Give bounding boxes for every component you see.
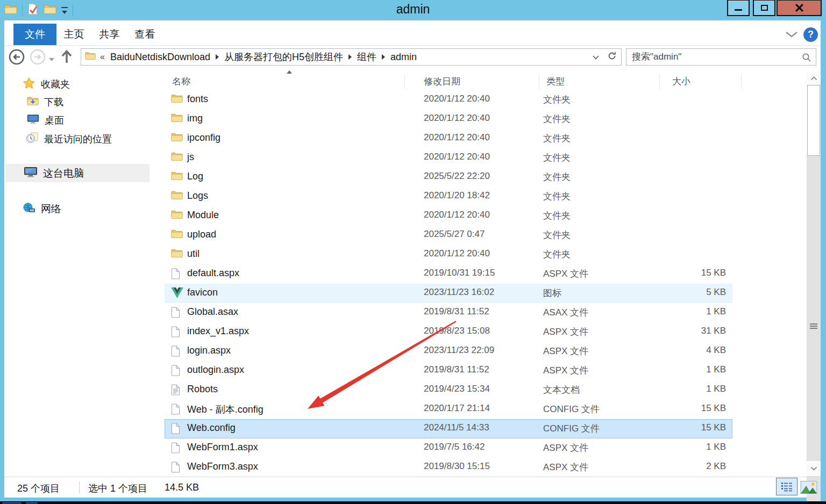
- column-header-type[interactable]: 类型: [546, 75, 565, 88]
- up-button[interactable]: [60, 48, 73, 67]
- file-icon: [171, 326, 180, 340]
- cell-type: 文件夹: [543, 171, 571, 183]
- breadcrumb-segment[interactable]: BaiduNetdiskDownload: [110, 52, 210, 63]
- cell-type: ASPX 文件: [543, 364, 588, 377]
- table-row[interactable]: img2020/1/12 20:40文件夹: [165, 110, 732, 129]
- table-row[interactable]: Module2020/1/12 20:40文件夹: [165, 206, 732, 226]
- statusbar-divider: [4, 477, 821, 477]
- breadcrumb-segment[interactable]: 从服务器打包的H5创胜组件: [224, 51, 343, 63]
- breadcrumb-separator-icon[interactable]: [382, 54, 385, 60]
- column-header-date[interactable]: 修改日期: [424, 75, 460, 88]
- tab-share[interactable]: 共享: [95, 24, 124, 45]
- table-row[interactable]: ipconfig2020/1/12 20:40文件夹: [165, 129, 732, 148]
- sidebar-item-label: 网络: [41, 202, 61, 216]
- tab-home[interactable]: 主页: [59, 24, 89, 45]
- vertical-scrollbar[interactable]: [807, 72, 821, 476]
- breadcrumb-segment[interactable]: admin: [390, 52, 417, 63]
- table-row[interactable]: favicon2023/11/23 16:02图标5 KB: [165, 284, 732, 303]
- cell-name: ipconfig: [187, 132, 220, 143]
- scroll-down-button[interactable]: [807, 461, 821, 476]
- search-icon[interactable]: [802, 53, 811, 64]
- sidebar-item-network[interactable]: 网络: [23, 202, 61, 216]
- column-header-name[interactable]: 名称: [172, 75, 190, 88]
- scrollbar-track[interactable]: [807, 156, 821, 504]
- table-row[interactable]: Global.asax2019/8/31 11:52ASAX 文件1 KB: [165, 303, 732, 322]
- cell-name: Web.config: [187, 422, 236, 434]
- column-header-size[interactable]: 大小: [672, 75, 690, 88]
- cell-size: 31 KB: [701, 326, 726, 336]
- cell-type: 文件夹: [543, 93, 571, 106]
- folder-icon: [171, 94, 183, 105]
- forward-button[interactable]: [30, 49, 46, 67]
- titlebar: admin: [0, 0, 826, 20]
- sidebar-item-favorites[interactable]: 收藏夹: [23, 77, 70, 92]
- refresh-button[interactable]: [607, 51, 617, 63]
- cell-date: 2020/1/12 20:40: [424, 152, 490, 162]
- cell-name: fonts: [187, 93, 208, 105]
- breadcrumb[interactable]: « BaiduNetdiskDownload 从服务器打包的H5创胜组件 组件 …: [81, 48, 622, 66]
- table-row[interactable]: Logs2020/1/20 18:42文件夹: [165, 187, 732, 206]
- search-input[interactable]: [632, 49, 799, 64]
- table-row[interactable]: fonts2020/1/12 20:40文件夹: [165, 90, 732, 110]
- cell-date: 2025/5/22 22:20: [424, 171, 490, 182]
- table-row[interactable]: WebForm1.aspx2019/7/5 16:42ASPX 文件1 KB: [165, 438, 732, 458]
- details-view-button[interactable]: [776, 478, 797, 495]
- scroll-up-button[interactable]: [807, 72, 821, 85]
- recent-locations-button[interactable]: [48, 54, 55, 64]
- folder-icon: [171, 171, 183, 183]
- ribbon-divider: [4, 45, 821, 46]
- table-row[interactable]: default.aspx2019/10/31 19:15ASPX 文件15 KB: [165, 264, 732, 284]
- file-icon: [171, 307, 180, 320]
- table-row[interactable]: upload2025/5/27 0:47文件夹: [165, 226, 732, 245]
- help-button[interactable]: ?: [803, 27, 818, 42]
- thumbnails-view-icon: [800, 481, 817, 494]
- column-divider[interactable]: [659, 74, 660, 89]
- column-divider[interactable]: [741, 74, 742, 89]
- refresh-icon: [607, 51, 617, 61]
- thumbnails-view-button[interactable]: [800, 480, 818, 494]
- chevron-down-icon: [784, 31, 799, 38]
- cell-type: 图标: [543, 287, 561, 299]
- sidebar-item-label: 桌面: [45, 114, 64, 127]
- column-divider[interactable]: [404, 74, 405, 89]
- back-arrow-icon: [9, 49, 25, 65]
- column-divider[interactable]: [539, 74, 539, 89]
- tab-view[interactable]: 查看: [130, 24, 160, 45]
- cell-date: 2020/1/17 21:14: [424, 403, 490, 414]
- table-row[interactable]: index_v1.aspx2019/8/23 15:08ASPX 文件31 KB: [165, 322, 732, 342]
- folder-icon: [171, 191, 183, 202]
- minimize-button[interactable]: [727, 0, 750, 16]
- table-row[interactable]: login.aspx2023/11/23 22:09ASPX 文件4 KB: [165, 342, 732, 361]
- breadcrumb-ellipsis[interactable]: «: [100, 52, 105, 62]
- breadcrumb-separator-icon[interactable]: [348, 54, 352, 60]
- table-row[interactable]: Log2025/5/22 22:20文件夹: [165, 168, 732, 187]
- table-row[interactable]: outlogin.aspx2019/8/31 11:52ASPX 文件1 KB: [165, 361, 732, 380]
- sidebar-item-desktop[interactable]: 桌面: [27, 114, 64, 127]
- breadcrumb-segment[interactable]: 组件: [357, 51, 376, 63]
- desktop-strip: [0, 501, 826, 504]
- address-dropdown-button[interactable]: [592, 52, 600, 62]
- explorer-window: admin 文件 主页 共享 查看 ? « BaiduNetdiskDownlo…: [0, 0, 826, 504]
- table-row[interactable]: Robots2019/4/23 15:34文本文档1 KB: [165, 380, 732, 400]
- sidebar-item-recent-places[interactable]: 最近访问的位置: [26, 132, 112, 146]
- cell-type: ASPX 文件: [543, 345, 588, 357]
- cell-type: ASPX 文件: [543, 442, 588, 454]
- cell-type: 文件夹: [543, 132, 571, 145]
- sidebar-item-downloads[interactable]: 下载: [27, 96, 63, 109]
- close-button[interactable]: [777, 0, 822, 16]
- tab-file[interactable]: 文件: [13, 24, 56, 45]
- table-row[interactable]: Web - 副本.config2020/1/17 21:14CONFIG 文件1…: [165, 400, 732, 419]
- ribbon-collapse-button[interactable]: [784, 31, 799, 40]
- back-button[interactable]: [9, 49, 25, 67]
- table-row[interactable]: WebForm3.aspx2019/8/30 15:15ASPX 文件2 KB: [165, 458, 732, 477]
- table-row[interactable]: util2020/1/12 20:40文件夹: [165, 245, 732, 264]
- cell-type: 文件夹: [543, 210, 571, 222]
- cell-date: 2020/1/12 20:40: [424, 248, 490, 259]
- table-row[interactable]: Web.config2024/11/5 14:33CONFIG 文件15 KB: [165, 419, 732, 438]
- maximize-button[interactable]: [753, 0, 775, 16]
- scrollbar-thumb[interactable]: [807, 85, 820, 156]
- sidebar-item-label: 这台电脑: [43, 167, 84, 181]
- sidebar-item-this-pc[interactable]: 这台电脑: [24, 167, 84, 181]
- breadcrumb-separator-icon[interactable]: [216, 54, 219, 60]
- table-row[interactable]: js2020/1/12 20:40文件夹: [165, 148, 732, 168]
